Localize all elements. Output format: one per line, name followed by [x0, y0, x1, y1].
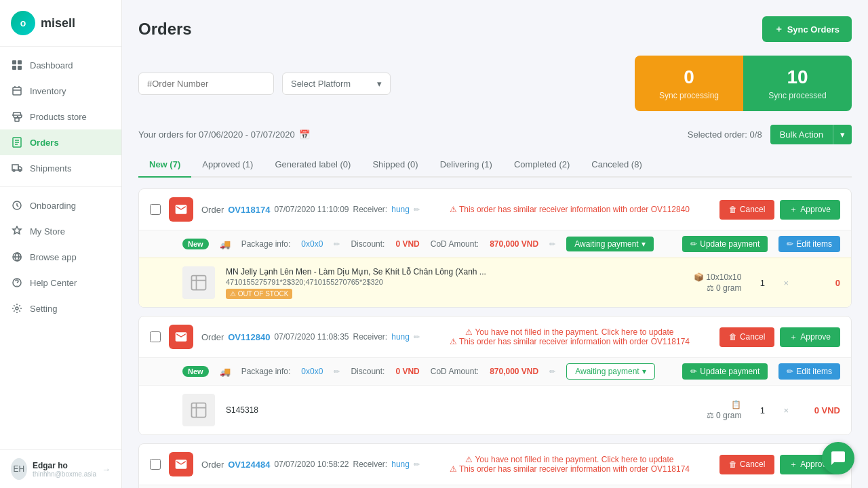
sidebar-item-onboarding[interactable]: Onboarding	[0, 192, 121, 218]
stat-cards: 0 Sync processing 10 Sync processed	[635, 56, 852, 111]
tab-shipped[interactable]: Shipped (0)	[361, 152, 429, 178]
cod-value-1: 870,000 VND	[490, 239, 538, 249]
plus-icon: ＋	[774, 23, 783, 35]
sidebar-item-dashboard-label: Dashboard	[30, 60, 73, 70]
receiver-name-1[interactable]: hung	[391, 205, 410, 214]
cancel-label-3: Cancel	[740, 460, 765, 469]
order-id-1[interactable]: OV118174	[228, 205, 270, 215]
edit-cod-icon-1[interactable]: ✏	[549, 240, 555, 249]
tab-generated-label[interactable]: Generated label (0)	[264, 152, 361, 178]
package-truck-icon-2: 🚚	[220, 367, 231, 377]
svg-rect-14	[192, 403, 206, 418]
order-header-2: Order OV112840 07/07/2020 11:08:35 Recei…	[139, 317, 851, 357]
order-tabs: New (7) Approved (1) Generated label (0)…	[138, 152, 852, 178]
order-card-1: Order OV118174 07/07/2020 11:10:09 Recei…	[138, 188, 852, 308]
sidebar-item-browse-label: Browse app	[30, 252, 77, 262]
sidebar-item-shipments[interactable]: Shipments	[0, 155, 121, 181]
plus-icon-2: ＋	[789, 331, 797, 343]
order-warning-2a: ⚠ You have not filled in the payment. Cl…	[428, 327, 711, 337]
approve-button-1[interactable]: ＋ Approve	[780, 200, 840, 220]
weight-label-1: ⚖ 0 gram	[707, 283, 742, 293]
receiver-name-2[interactable]: hung	[391, 332, 410, 342]
edit-items-button-2[interactable]: ✏ Edit items	[778, 363, 840, 380]
package-info-label-2: Package info:	[241, 367, 291, 376]
edit-items-button-1[interactable]: ✏ Edit items	[778, 236, 840, 252]
sidebar-item-orders[interactable]: Orders	[0, 129, 121, 155]
tab-approved[interactable]: Approved (1)	[191, 152, 264, 178]
order-checkbox-2[interactable]	[150, 331, 161, 342]
avatar: EH	[11, 458, 27, 480]
order-warning-1: ⚠ This order has similar receiver inform…	[428, 205, 711, 214]
tab-canceled[interactable]: Canceled (8)	[580, 152, 652, 178]
package-info-label-1: Package info:	[241, 239, 291, 249]
truck-icon	[11, 162, 23, 174]
edit-receiver-icon-3[interactable]: ✏	[414, 460, 420, 469]
product-price-2: 0 VND	[800, 405, 840, 415]
chat-bubble[interactable]	[822, 442, 854, 474]
tab-completed[interactable]: Completed (2)	[503, 152, 580, 178]
product-qty-1: 1	[752, 278, 772, 288]
package-info-value-1: 0x0x0	[301, 239, 323, 249]
order-checkbox-3[interactable]	[150, 459, 161, 470]
payment-status-label-1: Awaiting payment	[574, 239, 639, 249]
edit-receiver-icon-1[interactable]: ✏	[414, 205, 420, 214]
cancel-button-2[interactable]: 🗑 Cancel	[719, 327, 774, 347]
cancel-button-1[interactable]: 🗑 Cancel	[719, 200, 774, 220]
logout-icon[interactable]: →	[102, 464, 111, 474]
discount-label-2: Discount:	[351, 367, 384, 376]
edit-package-icon-1[interactable]: ✏	[334, 240, 340, 249]
trash-icon-3: 🗑	[729, 460, 737, 469]
order-info-row-2: New 🚚 Package info: 0x0x0 ✏ Discount: 0 …	[139, 357, 851, 385]
sidebar-item-inventory-label: Inventory	[30, 86, 66, 96]
edit-cod-icon-2[interactable]: ✏	[549, 367, 555, 376]
update-payment-button-2[interactable]: ✏ Update payment	[682, 363, 768, 380]
order-meta-2: Order OV112840 07/07/2020 11:08:35 Recei…	[201, 332, 420, 342]
order-date-1: 07/07/2020 11:10:09	[274, 205, 349, 214]
bulk-action-arrow[interactable]: ▾	[833, 125, 852, 144]
sidebar: o misell Dashboard Inventory Products st…	[0, 0, 122, 488]
order-icon-1	[169, 197, 193, 222]
order-info-row-3: New 🚚 Package info: 0x0x0 ✏ Discount: 0 …	[139, 485, 851, 488]
receiver-name-3[interactable]: hung	[391, 460, 410, 469]
sync-processing-value: 0	[654, 66, 724, 88]
approve-button-2[interactable]: ＋ Approve	[780, 327, 840, 347]
cancel-button-3[interactable]: 🗑 Cancel	[719, 455, 774, 474]
sidebar-item-products-store[interactable]: Products store	[0, 104, 121, 129]
order-warning-3b: ⚠ This order has similar receiver inform…	[428, 464, 711, 474]
edit-items-label-2: Edit items	[796, 367, 832, 376]
pencil-icon-1: ✏	[690, 239, 697, 249]
order-warning-2: ⚠ You have not filled in the payment. Cl…	[428, 327, 711, 346]
product-dims-2: 📋 ⚖ 0 gram	[707, 400, 742, 420]
user-area: EH Edgar ho thinhhn@boxme.asia →	[0, 449, 121, 488]
payment-status-1[interactable]: Awaiting payment ▾	[566, 237, 654, 251]
sidebar-item-help-center[interactable]: Help Center	[0, 270, 121, 296]
payment-status-arrow-2: ▾	[642, 367, 646, 376]
sidebar-item-dashboard[interactable]: Dashboard	[0, 52, 121, 78]
order-id-3[interactable]: OV124484	[228, 460, 270, 470]
cancel-label-1: Cancel	[740, 205, 765, 214]
sidebar-item-orders-label: Orders	[30, 138, 59, 148]
platform-select[interactable]: Select Platform ▾	[282, 73, 391, 95]
plus-icon-3: ＋	[789, 459, 797, 470]
tab-new[interactable]: New (7)	[138, 152, 191, 178]
order-id-2[interactable]: OV112840	[228, 332, 270, 342]
trash-icon-2: 🗑	[729, 332, 737, 342]
tab-delivering[interactable]: Delivering (1)	[429, 152, 503, 178]
payment-status-2[interactable]: Awaiting payment ▾	[566, 363, 655, 380]
bulk-action-button[interactable]: Bulk Action	[770, 125, 833, 144]
edit-receiver-icon-2[interactable]: ✏	[414, 333, 420, 342]
order-number-input[interactable]	[138, 73, 274, 95]
sidebar-item-browse-app[interactable]: Browse app	[0, 244, 121, 270]
update-payment-button-1[interactable]: ✏ Update payment	[682, 236, 768, 252]
order-checkbox-1[interactable]	[150, 204, 161, 215]
sync-orders-button[interactable]: ＋ Sync Orders	[762, 16, 852, 42]
payment-status-label-2: Awaiting payment	[575, 367, 639, 376]
receiver-label-3: Receiver:	[353, 460, 388, 469]
calendar-icon[interactable]: 📅	[299, 129, 310, 140]
sidebar-item-setting[interactable]: Setting	[0, 296, 121, 321]
sidebar-item-inventory[interactable]: Inventory	[0, 78, 121, 104]
sidebar-item-my-store[interactable]: My Store	[0, 218, 121, 244]
svg-rect-3	[18, 66, 22, 70]
edit-package-icon-2[interactable]: ✏	[334, 367, 340, 376]
sync-button-label: Sync Orders	[787, 24, 840, 35]
